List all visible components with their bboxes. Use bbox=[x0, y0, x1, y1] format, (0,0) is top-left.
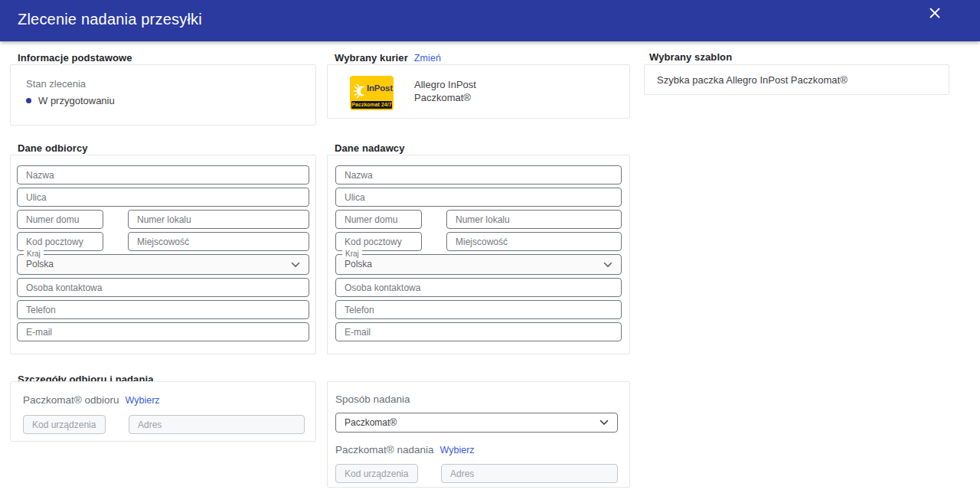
pickup-address-input[interactable] bbox=[129, 415, 305, 434]
recipient-postal-code-input[interactable] bbox=[17, 232, 103, 251]
pickup-label-row: Paczkomat® odbioruWybierz bbox=[23, 393, 305, 406]
dispatch-device-code-input[interactable] bbox=[335, 464, 418, 483]
change-courier-link[interactable]: Zmień bbox=[414, 53, 441, 64]
courier-name-line1: Allegro InPost bbox=[414, 78, 476, 91]
sender-apartment-number-input[interactable] bbox=[446, 210, 622, 229]
recipient-heading: Dane odbiorcy bbox=[18, 142, 88, 154]
selected-template-card: Szybka paczka Allegro InPost Paczkomat® bbox=[644, 64, 949, 95]
courier-name-line2: Paczkomat® bbox=[414, 91, 476, 104]
template-heading: Wybrany szablon bbox=[649, 51, 732, 63]
order-status-row: W przygotowaniu bbox=[26, 95, 300, 106]
choose-pickup-locker-link[interactable]: Wybierz bbox=[126, 395, 160, 406]
country-select-label: Kraj bbox=[24, 250, 44, 258]
template-name: Szybka paczka Allegro InPost Paczkomat® bbox=[657, 74, 848, 86]
inpost-brand-text: InPost bbox=[367, 83, 393, 93]
chevron-down-icon bbox=[603, 262, 612, 268]
sender-country-select[interactable]: Kraj Polska bbox=[335, 254, 622, 275]
recipient-apartment-number-input[interactable] bbox=[128, 210, 309, 229]
sun-icon bbox=[353, 82, 366, 100]
dispatch-method-value: Paczkomat® bbox=[336, 413, 617, 432]
country-select-label: Kraj bbox=[342, 250, 362, 258]
courier-name: Allegro InPost Paczkomat® bbox=[414, 78, 476, 118]
dialog-title: Zlecenie nadania przesyłki bbox=[18, 11, 202, 28]
status-badge: W przygotowaniu bbox=[38, 95, 115, 106]
recipient-contact-person-input[interactable] bbox=[17, 278, 309, 297]
dispatch-locker-label: Paczkomat® nadania bbox=[335, 444, 434, 455]
basic-info-heading: Informacje podstawowe bbox=[18, 52, 132, 64]
choose-dispatch-locker-link[interactable]: Wybierz bbox=[440, 445, 475, 455]
close-icon bbox=[929, 7, 941, 19]
sender-street-input[interactable] bbox=[335, 188, 622, 207]
chevron-down-icon bbox=[291, 262, 300, 268]
dialog-header: Zlecenie nadania przesyłki bbox=[0, 0, 980, 41]
recipient-name-input[interactable] bbox=[17, 165, 309, 184]
close-button[interactable] bbox=[925, 3, 945, 23]
dispatch-method-label: Sposób nadania bbox=[335, 393, 618, 405]
recipient-city-input[interactable] bbox=[128, 232, 309, 251]
dispatch-label-row: Paczkomat® nadaniaWybierz bbox=[335, 442, 618, 456]
country-select-value: Polska bbox=[18, 255, 309, 274]
sender-phone-input[interactable] bbox=[335, 300, 622, 319]
order-status-label: Stan zlecenia bbox=[26, 78, 300, 90]
pickup-parcel-locker-card: Paczkomat® odbioruWybierz bbox=[10, 381, 316, 442]
sender-form-card: Kraj Polska bbox=[327, 155, 630, 354]
sender-heading: Dane nadawcy bbox=[335, 142, 405, 154]
pickup-device-code-input[interactable] bbox=[23, 415, 106, 434]
dispatch-address-input[interactable] bbox=[441, 464, 618, 483]
sender-name-input[interactable] bbox=[335, 165, 622, 184]
pickup-locker-label: Paczkomat® odbioru bbox=[23, 394, 119, 406]
country-select-value: Polska bbox=[336, 255, 621, 274]
recipient-form-card: Kraj Polska bbox=[10, 155, 316, 354]
sender-postal-code-input[interactable] bbox=[335, 232, 422, 251]
dispatch-method-select[interactable]: Paczkomat® bbox=[335, 413, 618, 433]
recipient-email-input[interactable] bbox=[17, 322, 309, 341]
sender-contact-person-input[interactable] bbox=[335, 278, 622, 297]
selected-courier-card: InPost Paczkomat 24/7 Allegro InPost Pac… bbox=[327, 64, 630, 119]
dispatch-method-card: Sposób nadania Paczkomat® Paczkomat® nad… bbox=[327, 381, 630, 488]
courier-heading-label: Wybrany kurier bbox=[335, 52, 408, 64]
sender-house-number-input[interactable] bbox=[335, 210, 422, 229]
sender-city-input[interactable] bbox=[446, 232, 622, 251]
recipient-country-select[interactable]: Kraj Polska bbox=[17, 254, 309, 275]
inpost-logo-caption: Paczkomat 24/7 bbox=[351, 101, 392, 109]
sender-email-input[interactable] bbox=[335, 322, 622, 341]
recipient-phone-input[interactable] bbox=[17, 300, 309, 319]
inpost-logo: InPost Paczkomat 24/7 bbox=[350, 76, 394, 110]
order-status-card: Stan zlecenia W przygotowaniu bbox=[10, 64, 316, 126]
recipient-street-input[interactable] bbox=[17, 188, 309, 207]
chevron-down-icon bbox=[599, 420, 609, 426]
courier-heading: Wybrany kurierZmień bbox=[335, 52, 441, 64]
recipient-house-number-input[interactable] bbox=[17, 210, 103, 229]
status-dot-icon bbox=[26, 98, 31, 103]
